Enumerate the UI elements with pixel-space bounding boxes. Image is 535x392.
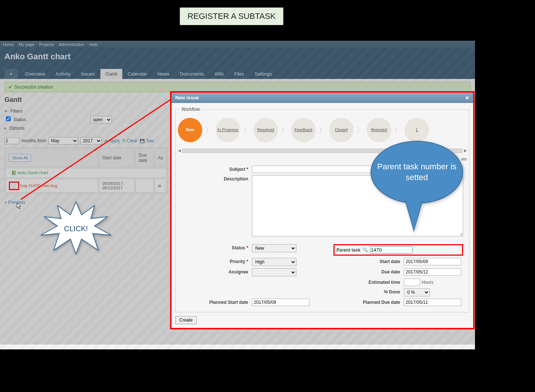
- flash-notice: Successful creation.: [4, 82, 471, 92]
- show-all-button[interactable]: Show All: [9, 154, 31, 162]
- col-start-date: Start date: [99, 149, 134, 167]
- tab-gantt[interactable]: Gantt: [100, 69, 123, 79]
- topbar-help[interactable]: Help: [89, 42, 98, 47]
- months-from-label: months from: [21, 138, 46, 143]
- topbar-administration[interactable]: Administration: [59, 42, 84, 47]
- tab-news[interactable]: News: [152, 69, 175, 79]
- status-operator[interactable]: open: [90, 116, 112, 123]
- tab-wiki[interactable]: Wiki: [209, 69, 229, 79]
- topbar: Home My page Projects Administration Hel…: [0, 41, 475, 48]
- workflow-step-feedback[interactable]: Feedback: [291, 118, 316, 142]
- chevron-right-icon: 〉: [281, 125, 288, 135]
- topbar-home[interactable]: Home: [3, 42, 14, 47]
- parent-task-input[interactable]: [370, 246, 413, 253]
- gantt-table: Show All Start date Due date As - 📗 Anko…: [4, 147, 167, 194]
- assignee-label: Assignee: [182, 268, 248, 275]
- tab-plus[interactable]: +: [4, 69, 18, 79]
- status-checkbox[interactable]: [6, 116, 11, 121]
- due-date-input[interactable]: [404, 268, 461, 276]
- year-select[interactable]: 2017: [80, 137, 102, 144]
- previous-link[interactable]: « Previous: [4, 200, 26, 205]
- workflow-step-inprogress[interactable]: In Progress: [216, 118, 240, 142]
- annotation-speech-bubble: Parent task number is setted: [370, 141, 463, 204]
- chevron-right-icon: 〉: [394, 125, 402, 135]
- subject-label: Subject *: [182, 166, 248, 172]
- planned-start-label: Planned Start date: [182, 299, 248, 305]
- tab-issues[interactable]: Issues: [76, 69, 100, 79]
- chevron-right-icon: 〉: [205, 125, 213, 135]
- save-link[interactable]: Sav: [140, 138, 154, 143]
- workflow-step-resolved[interactable]: Resolved: [253, 118, 278, 142]
- tab-calendar[interactable]: Calendar: [122, 69, 152, 79]
- pct-done-label: % Done: [333, 288, 400, 295]
- tab-documents[interactable]: Documents: [175, 69, 210, 79]
- tab-activity[interactable]: Activity: [50, 69, 76, 79]
- issue-dates: 05/09/2017- 05/12/2017: [99, 179, 134, 193]
- planned-due-input[interactable]: [404, 299, 461, 306]
- issue-link[interactable]: bug #1470: nwe bug: [20, 183, 57, 188]
- planned-start-input[interactable]: [252, 299, 309, 306]
- estimated-input[interactable]: [404, 279, 420, 286]
- topbar-mypage[interactable]: My page: [19, 42, 34, 47]
- due-date-label: Due date: [333, 268, 400, 275]
- status-label: Status: [13, 117, 26, 122]
- tab-files[interactable]: Files: [229, 69, 249, 79]
- estimated-label: Estimated time: [333, 279, 400, 285]
- start-date-input[interactable]: [404, 258, 461, 265]
- create-button[interactable]: Create: [175, 316, 197, 324]
- close-icon[interactable]: ✕: [465, 95, 469, 101]
- workflow-step-rejected[interactable]: Rejected: [367, 118, 391, 142]
- tabs: + Overview Activity Issues Gantt Calenda…: [4, 69, 471, 79]
- month-select[interactable]: May: [49, 137, 78, 144]
- hours-label: Hours: [422, 280, 433, 285]
- priority-select[interactable]: High: [252, 258, 296, 266]
- workflow-legend: Workflow: [180, 107, 201, 112]
- months-input[interactable]: [4, 137, 19, 144]
- dialog-header[interactable]: New issue ✕: [172, 93, 473, 103]
- header: Anko Gantt chart + Overview Activity Iss…: [0, 48, 475, 79]
- planned-due-label: Planned Due date: [333, 299, 400, 305]
- start-date-label: Start date: [333, 258, 400, 264]
- chevron-right-icon: 〉: [243, 125, 250, 135]
- workflow-step-new[interactable]: New: [178, 118, 202, 142]
- parent-label: Parent task: [336, 248, 360, 253]
- chevron-right-icon: 〉: [319, 125, 326, 135]
- status-select[interactable]: New: [252, 244, 296, 252]
- issue-assignee: ar: [154, 179, 166, 193]
- tab-overview[interactable]: Overview: [20, 69, 50, 79]
- new-issue-dialog: New issue ✕ Workflow New 〉 In Progress 〉…: [170, 91, 475, 329]
- search-icon: 🔍: [363, 248, 368, 252]
- col-due-date: Due date: [135, 149, 154, 167]
- chevron-right-icon: 〉: [356, 125, 364, 135]
- status-form-label: Status *: [182, 244, 248, 250]
- col-assignee: As: [154, 149, 166, 167]
- scroll-right-icon[interactable]: ▶: [464, 148, 467, 153]
- workflow-step-closed[interactable]: Closed: [329, 118, 353, 142]
- assignee-select[interactable]: [252, 268, 296, 276]
- project-link[interactable]: Anko Gantt chart: [17, 170, 48, 175]
- clear-link[interactable]: Clear: [122, 138, 138, 143]
- workflow-fieldset: Workflow New 〉 In Progress 〉 Resolved 〉 …: [175, 107, 469, 312]
- project-title: Anko Gantt chart: [4, 52, 471, 69]
- scroll-left-icon[interactable]: ◀: [178, 148, 181, 153]
- annotation-click-burst: CLICK!: [39, 200, 113, 257]
- click-highlight-box: 📄: [9, 182, 19, 190]
- description-label: Description: [182, 175, 248, 182]
- priority-label: Priority *: [182, 258, 248, 264]
- apply-link[interactable]: Apply: [104, 138, 120, 143]
- tab-settings[interactable]: Settings: [249, 69, 277, 79]
- topbar-projects[interactable]: Projects: [39, 42, 54, 47]
- workflow-step-1[interactable]: 1: [405, 118, 429, 142]
- dialog-title: New issue: [175, 95, 199, 101]
- annotation-title-callout: REGISTER A SUBTASK: [180, 7, 283, 25]
- pct-done-select[interactable]: 0 %: [404, 288, 430, 296]
